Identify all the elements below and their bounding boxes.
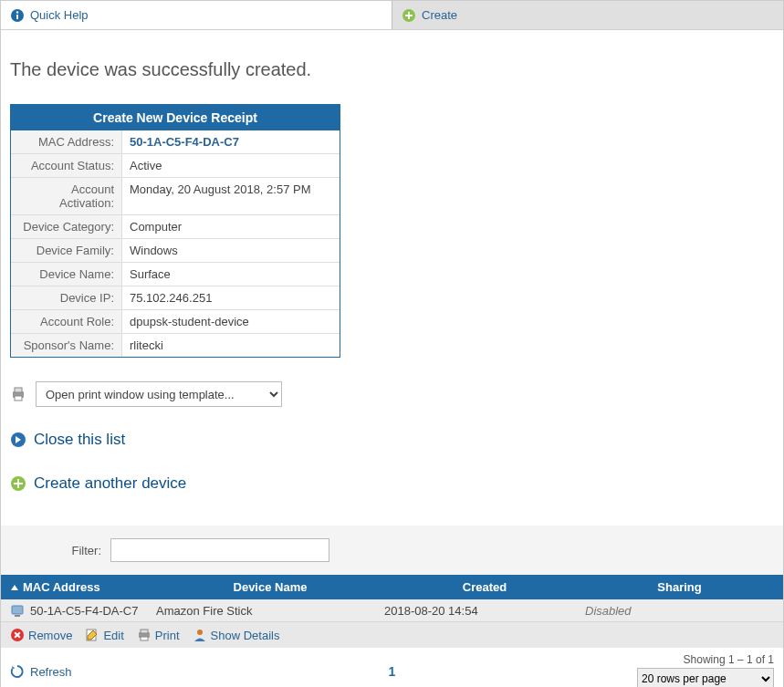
edit-icon xyxy=(85,628,99,642)
rows-per-page-select[interactable]: 20 rows per page xyxy=(637,668,774,687)
filter-bar: Filter: xyxy=(1,526,783,575)
receipt-value: Computer xyxy=(122,215,340,238)
receipt-label: Device Family: xyxy=(11,239,122,262)
svg-rect-12 xyxy=(14,483,23,484)
print-button[interactable]: Print xyxy=(137,628,180,642)
svg-rect-14 xyxy=(15,615,20,617)
svg-rect-8 xyxy=(15,396,22,401)
receipt-label: Account Role: xyxy=(11,310,122,333)
arrow-right-icon xyxy=(10,432,26,448)
refresh-icon xyxy=(10,664,25,679)
print-row: Open print window using template... xyxy=(10,381,774,407)
cell-created: 2018-08-20 14:54 xyxy=(384,604,585,618)
receipt-value: Surface xyxy=(122,263,340,286)
main-content: The device was successfully created. Cre… xyxy=(1,30,783,502)
showing-text: Showing 1 – 1 of 1 xyxy=(637,653,774,666)
refresh-button[interactable]: Refresh xyxy=(10,664,72,679)
receipt-row: Device Name:Surface xyxy=(11,262,340,286)
plus-icon xyxy=(402,8,416,23)
tab-create[interactable]: Create xyxy=(392,1,783,29)
col-mac[interactable]: MAC Address xyxy=(10,580,156,594)
page-number[interactable]: 1 xyxy=(389,664,396,679)
receipt-title: Create New Device Receipt xyxy=(11,105,340,130)
svg-point-2 xyxy=(16,11,18,13)
table-row[interactable]: 50-1A-C5-F4-DA-C7 Amazon Fire Stick 2018… xyxy=(1,599,783,621)
create-another-label: Create another device xyxy=(34,474,186,493)
delete-icon xyxy=(10,628,25,642)
receipt-value: Active xyxy=(122,154,340,177)
person-icon xyxy=(193,628,207,642)
edit-button[interactable]: Edit xyxy=(85,628,123,642)
filter-label: Filter: xyxy=(10,544,101,557)
svg-rect-7 xyxy=(15,388,22,392)
tab-create-label: Create xyxy=(422,8,457,22)
create-another-link[interactable]: Create another device xyxy=(10,474,774,493)
remove-button[interactable]: Remove xyxy=(10,628,72,642)
printer-icon xyxy=(137,628,152,642)
receipt-row: Device IP:75.102.246.251 xyxy=(11,286,340,309)
filter-input[interactable] xyxy=(110,538,329,562)
receipt-label: MAC Address: xyxy=(11,130,122,153)
receipt-value: Monday, 20 August 2018, 2:57 PM xyxy=(122,178,340,214)
receipt-value: rlitecki xyxy=(122,334,340,357)
receipt-row: Device Category:Computer xyxy=(11,214,340,238)
svg-rect-13 xyxy=(12,606,23,614)
receipt-row: MAC Address:50-1A-C5-F4-DA-C7 xyxy=(11,130,340,153)
receipt-label: Device Category: xyxy=(11,215,122,238)
info-icon xyxy=(10,8,25,23)
svg-point-22 xyxy=(197,630,203,635)
table-header: MAC Address Device Name Created Sharing xyxy=(1,575,783,599)
col-created[interactable]: Created xyxy=(384,580,585,594)
printer-icon xyxy=(10,386,26,402)
receipt-value: 75.102.246.251 xyxy=(122,286,340,309)
col-device-name[interactable]: Device Name xyxy=(156,580,384,594)
receipt-label: Account Status: xyxy=(11,154,122,177)
receipt-label: Account Activation: xyxy=(11,178,122,214)
receipt-label: Device IP: xyxy=(11,286,122,309)
cell-sharing: Disabled xyxy=(585,604,774,618)
receipt-label: Device Name: xyxy=(11,263,122,286)
svg-rect-5 xyxy=(405,15,413,16)
cell-mac: 50-1A-C5-F4-DA-C7 xyxy=(30,604,138,618)
svg-rect-21 xyxy=(141,637,148,640)
svg-rect-20 xyxy=(141,630,148,633)
row-actions: Remove Edit Print Show Details xyxy=(1,621,783,648)
receipt-label: Sponsor's Name: xyxy=(11,334,122,357)
show-details-button[interactable]: Show Details xyxy=(193,628,280,642)
receipt-row: Device Family:Windows xyxy=(11,238,340,262)
success-message: The device was successfully created. xyxy=(10,59,774,80)
receipt-row: Account Status:Active xyxy=(11,153,340,177)
receipt-value: dpupsk-student-device xyxy=(122,310,340,333)
receipt-value: Windows xyxy=(122,239,340,262)
sort-asc-icon xyxy=(10,583,19,592)
receipt-card: Create New Device Receipt MAC Address:50… xyxy=(10,104,340,358)
device-icon xyxy=(10,603,25,618)
receipt-row: Account Activation:Monday, 20 August 201… xyxy=(11,177,340,214)
receipt-row: Sponsor's Name:rlitecki xyxy=(11,333,340,357)
cell-device-name: Amazon Fire Stick xyxy=(156,604,384,618)
print-template-select[interactable]: Open print window using template... xyxy=(36,381,282,407)
receipt-value[interactable]: 50-1A-C5-F4-DA-C7 xyxy=(122,130,340,153)
svg-rect-1 xyxy=(16,15,18,19)
close-list-label: Close this list xyxy=(34,431,125,449)
close-list-link[interactable]: Close this list xyxy=(10,431,774,449)
top-tab-bar: Quick Help Create xyxy=(1,1,783,30)
receipt-row: Account Role:dpupsk-student-device xyxy=(11,309,340,333)
app-window: Quick Help Create The device was success… xyxy=(0,0,784,687)
col-sharing[interactable]: Sharing xyxy=(585,580,774,594)
tab-quick-help[interactable]: Quick Help xyxy=(1,1,392,29)
table-footer: Refresh 1 Showing 1 – 1 of 1 20 rows per… xyxy=(1,648,783,687)
plus-icon xyxy=(10,475,26,492)
tab-help-label: Quick Help xyxy=(30,8,89,22)
